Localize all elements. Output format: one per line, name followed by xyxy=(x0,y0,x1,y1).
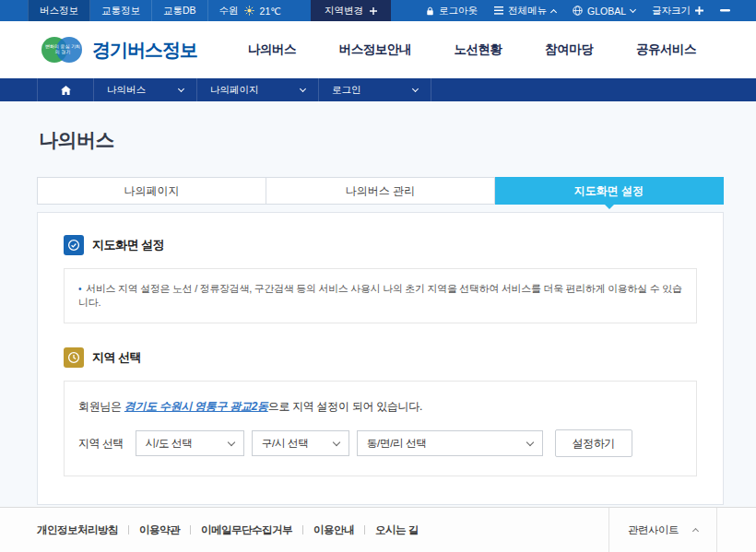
chevron-down-icon xyxy=(412,85,419,91)
logo-slogan: 변화의 중심 기회의 경기 xyxy=(45,43,80,54)
weather-temp: 21℃ xyxy=(260,6,281,17)
divider xyxy=(302,525,303,534)
page-title: 나의버스 xyxy=(0,101,756,153)
gusi-select[interactable]: 구/시 선택 xyxy=(252,430,349,456)
member-region-link[interactable]: 경기도 수원시 영통구 광교2동 xyxy=(124,400,268,413)
breadcrumb-label: 나의페이지 xyxy=(210,84,259,97)
tab-bar: 나의페이지 나의버스 관리 지도화면 설정 xyxy=(37,177,724,205)
all-menu-label: 전체메뉴 xyxy=(508,5,547,18)
all-menu-button[interactable]: 전체메뉴 xyxy=(494,5,556,18)
topbar-item-label: 교통DB xyxy=(163,5,196,18)
site-footer: 개인정보처리방침 이용약관 이메일무단수집거부 이용안내 오시는 길 관련사이트 xyxy=(0,507,756,552)
notice-text: 서비스 지역 설정은 노선 / 정류장검색, 구간검색 등의 서비스 사용시 나… xyxy=(78,283,682,308)
region-setting-box: 회원님은 경기도 수원시 영통구 광교2동으로 지역 설정이 되어 있습니다. … xyxy=(64,381,697,476)
section-map-settings-heading: 지도화면 설정 xyxy=(64,235,697,255)
footer-link-directions[interactable]: 오시는 길 xyxy=(375,523,419,537)
region-select-label: 지역 선택 xyxy=(78,436,124,452)
site-header: 변화의 중심 기회의 경기 경기버스정보 나의버스 버스정보안내 노선현황 참여… xyxy=(0,21,756,78)
topbar-right-group: 로그아웃 전체메뉴 GLOBAL 글자 xyxy=(426,0,730,21)
member-text-prefix: 회원님은 xyxy=(78,400,124,413)
font-size-label: 글자크기 xyxy=(652,5,691,18)
chevron-down-icon xyxy=(300,85,306,91)
related-sites-dropdown[interactable]: 관련사이트 xyxy=(608,508,717,552)
chevron-down-icon xyxy=(526,439,534,446)
footer-link-privacy[interactable]: 개인정보처리방침 xyxy=(37,523,118,537)
topbar-item-traffic-info[interactable]: 교통정보 xyxy=(90,0,152,21)
gusi-select-value: 구/시 선택 xyxy=(262,437,309,451)
region-change-label: 지역변경 xyxy=(325,5,363,18)
bullet-icon: • xyxy=(78,284,81,294)
top-utility-bar: 버스정보 교통정보 교통DB 수원 21℃ xyxy=(0,0,756,21)
topbar-item-label: 교통정보 xyxy=(101,5,140,18)
tab-my-page[interactable]: 나의페이지 xyxy=(37,177,266,205)
nav-item-my-bus[interactable]: 나의버스 xyxy=(248,41,296,58)
divider xyxy=(190,525,191,534)
breadcrumb: 나의버스 나의페이지 로그인 xyxy=(0,78,756,101)
apply-settings-button[interactable]: 설정하기 xyxy=(555,429,632,457)
chevron-down-icon xyxy=(228,439,235,446)
globe-icon xyxy=(573,6,583,16)
tab-map-screen-settings[interactable]: 지도화면 설정 xyxy=(495,177,724,205)
nav-item-route-status[interactable]: 노선현황 xyxy=(455,41,502,58)
map-settings-icon xyxy=(64,235,84,255)
breadcrumb-dropdown-login[interactable]: 로그인 xyxy=(319,78,431,101)
settings-panel: 지도화면 설정 •서비스 지역 설정은 노선 / 정류장검색, 구간검색 등의 … xyxy=(37,212,724,505)
font-size-button[interactable]: 글자크기 xyxy=(652,5,703,18)
minus-icon xyxy=(720,9,730,12)
chevron-down-icon xyxy=(178,85,184,91)
chevron-down-icon xyxy=(333,439,340,446)
global-language-button[interactable]: GLOBAL xyxy=(573,6,635,17)
member-region-line: 회원님은 경기도 수원시 영통구 광교2동으로 지역 설정이 되어 있습니다. xyxy=(78,399,682,415)
hamburger-menu-icon xyxy=(494,6,503,15)
font-size-plus-icon xyxy=(695,6,703,15)
content-area: 나의버스 나의페이지 나의버스 관리 지도화면 설정 지도화면 설정 •서비스 … xyxy=(0,101,756,507)
logout-label: 로그아웃 xyxy=(439,5,478,18)
sido-select-value: 시/도 선택 xyxy=(146,437,193,451)
nav-item-shared-service[interactable]: 공유서비스 xyxy=(636,41,696,58)
region-select-form: 지역 선택 시/도 선택 구/시 선택 동/면/리 선택 설정하기 xyxy=(78,429,682,457)
service-notice: •서비스 지역 설정은 노선 / 정류장검색, 구간검색 등의 서비스 사용시 … xyxy=(64,268,697,323)
tab-my-bus-management[interactable]: 나의버스 관리 xyxy=(266,177,495,205)
footer-link-usage-guide[interactable]: 이용안내 xyxy=(313,523,354,537)
gyeonggi-logo-icon: 변화의 중심 기회의 경기 xyxy=(41,35,84,65)
collapse-topbar-button[interactable] xyxy=(720,9,730,12)
chevron-down-icon xyxy=(630,6,636,12)
nav-item-participation[interactable]: 참여마당 xyxy=(545,41,593,58)
dong-select[interactable]: 동/면/리 선택 xyxy=(357,430,543,456)
plus-icon xyxy=(370,7,377,15)
footer-link-email-refusal[interactable]: 이메일무단수집거부 xyxy=(201,523,292,537)
section-title: 지도화면 설정 xyxy=(92,237,164,253)
weather-widget: 수원 21℃ xyxy=(208,5,292,18)
region-change-button[interactable]: 지역변경 xyxy=(311,0,391,21)
site-logo[interactable]: 변화의 중심 기회의 경기 경기버스정보 xyxy=(41,35,197,65)
chevron-up-icon xyxy=(692,528,699,534)
footer-links: 개인정보처리방침 이용약관 이메일무단수집거부 이용안내 오시는 길 xyxy=(37,523,419,537)
dong-select-value: 동/면/리 선택 xyxy=(367,437,427,451)
global-label: GLOBAL xyxy=(587,6,626,17)
footer-link-terms[interactable]: 이용약관 xyxy=(139,523,180,537)
topbar-item-label: 버스정보 xyxy=(40,5,78,18)
divider xyxy=(128,525,129,534)
lock-icon xyxy=(426,6,434,16)
chevron-up-icon xyxy=(550,8,557,15)
breadcrumb-dropdown-my-bus[interactable]: 나의버스 xyxy=(94,78,197,101)
region-select-icon xyxy=(64,347,84,368)
sun-icon xyxy=(244,6,254,16)
nav-item-bus-info-guide[interactable]: 버스정보안내 xyxy=(339,41,411,58)
breadcrumb-dropdown-my-page[interactable]: 나의페이지 xyxy=(197,78,319,101)
home-icon xyxy=(61,86,71,95)
breadcrumb-home-button[interactable] xyxy=(37,78,94,101)
weather-city: 수원 xyxy=(219,5,239,18)
divider xyxy=(364,525,365,534)
logo-title: 경기버스정보 xyxy=(92,38,197,63)
sido-select[interactable]: 시/도 선택 xyxy=(136,430,244,456)
section-title: 지역 선택 xyxy=(92,349,141,366)
breadcrumb-label: 로그인 xyxy=(332,84,361,97)
breadcrumb-label: 나의버스 xyxy=(107,84,146,97)
related-sites-label: 관련사이트 xyxy=(628,523,679,537)
topbar-left-group: 버스정보 교통정보 교통DB 수원 21℃ xyxy=(28,0,391,21)
topbar-item-traffic-db[interactable]: 교통DB xyxy=(152,0,208,21)
main-navigation: 나의버스 버스정보안내 노선현황 참여마당 공유서비스 xyxy=(248,41,696,58)
logout-button[interactable]: 로그아웃 xyxy=(426,5,478,18)
topbar-item-bus-info[interactable]: 버스정보 xyxy=(28,0,90,21)
